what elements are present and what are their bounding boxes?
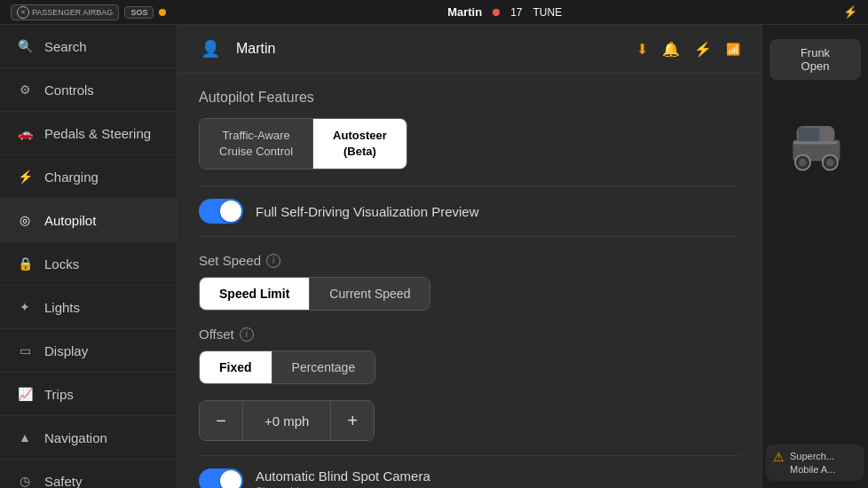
bell-icon[interactable]: 🔔	[662, 41, 680, 58]
sidebar-item-locks[interactable]: 🔒 Locks	[0, 242, 177, 286]
lights-icon: ✦	[16, 298, 34, 316]
svg-rect-6	[793, 141, 838, 144]
sidebar-item-pedals-label: Pedals & Steering	[44, 126, 151, 141]
status-bar-left: ✕ PASSENGER AIRBAG SOS	[11, 4, 166, 20]
content-area: 👤 Martin ⬇ 🔔 ⚡ 📶 Autopilot Features Traf…	[178, 25, 761, 488]
content-header: 👤 Martin ⬇ 🔔 ⚡ 📶	[178, 25, 761, 74]
sidebar-item-navigation-label: Navigation	[44, 430, 107, 445]
autopilot-features-section: Autopilot Features Traffic-AwareCruise C…	[199, 90, 740, 169]
sidebar-item-lights[interactable]: ✦ Lights	[0, 286, 177, 329]
svg-point-5	[826, 159, 834, 167]
frunk-status: Open	[801, 59, 830, 73]
airbag-badge: ✕ PASSENGER AIRBAG	[11, 4, 119, 20]
status-right: TUNE	[533, 6, 563, 19]
navigation-icon: ▲	[16, 429, 34, 446]
sidebar-item-autopilot-label: Autopilot	[44, 213, 96, 228]
sidebar: 🔍 Search ⚙ Controls 🚗 Pedals & Steering …	[0, 25, 178, 488]
autopilot-icon: ◎	[16, 211, 34, 229]
svg-point-3	[799, 159, 807, 167]
set-speed-label: Set Speed i	[199, 253, 740, 268]
pedals-icon: 🚗	[16, 124, 34, 142]
set-speed-section: Set Speed i Speed Limit Current Speed	[199, 253, 740, 311]
feature-button-group: Traffic-AwareCruise Control Autosteer(Be…	[199, 118, 407, 169]
offset-info-icon[interactable]: i	[240, 327, 254, 342]
sidebar-item-controls-label: Controls	[44, 83, 94, 98]
sidebar-item-trips[interactable]: 📈 Trips	[0, 373, 177, 416]
sidebar-item-search[interactable]: 🔍 Search	[0, 25, 177, 68]
percentage-button[interactable]: Percentage	[272, 351, 375, 383]
download-icon[interactable]: ⬇	[636, 41, 648, 58]
sidebar-item-display[interactable]: ▭ Display	[0, 329, 177, 373]
search-icon: 🔍	[16, 37, 34, 55]
user-name: Martin	[236, 41, 275, 57]
safety-icon: ◷	[16, 472, 34, 488]
stepper-increase-button[interactable]: +	[331, 401, 374, 440]
sidebar-item-autopilot[interactable]: ◎ Autopilot	[0, 199, 177, 242]
stepper-row: − +0 mph +	[199, 400, 740, 441]
frunk-label: Frunk	[801, 46, 830, 59]
fixed-button[interactable]: Fixed	[200, 351, 272, 383]
sidebar-item-locks-label: Locks	[44, 256, 79, 272]
controls-icon: ⚙	[16, 81, 34, 98]
stepper-decrease-button[interactable]: −	[200, 401, 242, 440]
bluetooth-icon[interactable]: ⚡	[694, 41, 712, 58]
right-panel: Frunk Open ⚠ Superch... Mobile A...	[761, 25, 868, 488]
charging-icon: ⚡	[16, 168, 34, 185]
set-speed-text: Set Speed	[199, 253, 261, 268]
signal-icon: 📶	[726, 43, 740, 56]
sidebar-item-navigation[interactable]: ▲ Navigation	[0, 416, 177, 460]
content-body: Autopilot Features Traffic-AwareCruise C…	[178, 74, 761, 488]
offset-button-group: Fixed Percentage	[199, 350, 375, 384]
header-icons: ⬇ 🔔 ⚡ 📶	[636, 41, 740, 58]
sos-badge: SOS	[124, 6, 154, 19]
supercharger-title: Superch...	[790, 450, 835, 462]
status-bar-right: ⚡	[843, 5, 857, 19]
autopilot-features-title: Autopilot Features	[199, 90, 740, 106]
status-bar: ✕ PASSENGER AIRBAG SOS Martin 17 TUNE ⚡	[0, 0, 868, 25]
offset-label: Offset i	[199, 327, 740, 342]
sidebar-item-charging[interactable]: ⚡ Charging	[0, 155, 177, 199]
stepper-value: +0 mph	[242, 401, 331, 440]
set-speed-info-icon[interactable]: i	[266, 254, 280, 268]
traffic-aware-button[interactable]: Traffic-AwareCruise Control	[200, 119, 313, 169]
locks-icon: 🔒	[16, 255, 34, 272]
sidebar-item-search-label: Search	[44, 39, 87, 54]
frunk-badge: Frunk Open	[769, 39, 861, 80]
sidebar-item-display-label: Display	[44, 343, 88, 358]
blind-spot-toggle[interactable]	[199, 468, 243, 488]
status-speed: 17	[510, 6, 522, 19]
fsd-toggle-knob	[220, 201, 241, 222]
sidebar-item-controls[interactable]: ⚙ Controls	[0, 68, 177, 112]
sidebar-item-safety[interactable]: ◷ Safety	[0, 460, 177, 488]
supercharger-badge: ⚠ Superch... Mobile A...	[766, 445, 864, 481]
speed-button-group: Speed Limit Current Speed	[199, 277, 430, 311]
sos-label: SOS	[130, 8, 147, 17]
trips-icon: 📈	[16, 385, 34, 403]
current-speed-button[interactable]: Current Speed	[310, 278, 430, 310]
status-bar-center: Martin 17 TUNE	[173, 5, 836, 19]
sidebar-item-trips-label: Trips	[44, 387, 74, 402]
speed-limit-button[interactable]: Speed Limit	[200, 278, 310, 310]
status-dot	[493, 9, 500, 16]
supercharger-text: Superch... Mobile A...	[790, 450, 835, 476]
airbag-label: PASSENGER AIRBAG	[32, 8, 113, 17]
fsd-toggle[interactable]	[199, 199, 243, 224]
blind-spot-toggle-knob	[220, 470, 241, 488]
supercharger-sub: Mobile A...	[790, 463, 835, 476]
display-icon: ▭	[16, 342, 34, 359]
offset-section: Offset i Fixed Percentage	[199, 327, 740, 384]
sidebar-item-pedals[interactable]: 🚗 Pedals & Steering	[0, 112, 177, 155]
car-silhouette	[776, 94, 856, 201]
fsd-toggle-row: Full Self-Driving Visualization Preview	[199, 185, 740, 237]
mph-stepper: − +0 mph +	[199, 400, 375, 441]
sidebar-item-charging-label: Charging	[44, 169, 99, 185]
user-avatar-icon: 👤	[199, 37, 222, 60]
svg-rect-7	[798, 128, 819, 141]
status-user-name: Martin	[447, 5, 482, 19]
blind-spot-text: Automatic Blind Spot Camera Show side ca…	[256, 468, 430, 488]
autosteer-button[interactable]: Autosteer(Beta)	[313, 119, 406, 169]
warning-icon: ⚠	[773, 450, 785, 464]
blind-spot-main-label: Automatic Blind Spot Camera	[256, 468, 430, 484]
fsd-label: Full Self-Driving Visualization Preview	[256, 204, 478, 219]
blind-spot-toggle-row: Automatic Blind Spot Camera Show side ca…	[199, 455, 740, 488]
